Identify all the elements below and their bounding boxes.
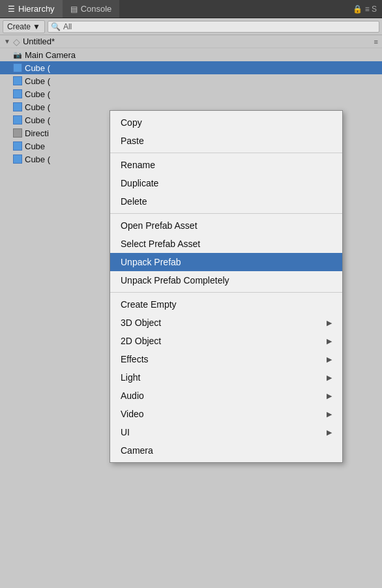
item-label: Directi [25, 128, 49, 138]
scene-toggle-icon: ▼ [4, 38, 10, 45]
menu-item-select-prefab[interactable]: Select Prefab Asset [110, 235, 342, 253]
menu-item-open-prefab-label: Open Prefab Asset [121, 220, 198, 231]
arrow-icon: ▶ [327, 374, 332, 382]
menu-item-light[interactable]: Light ▶ [110, 368, 342, 387]
cube-icon [13, 141, 22, 151]
menu-item-ui-label: UI [121, 427, 130, 437]
search-placeholder: All [63, 22, 72, 31]
item-label: Main Camera [25, 50, 76, 60]
arrow-icon: ▶ [327, 392, 332, 400]
list-item[interactable]: Cube ( [0, 74, 382, 87]
menu-item-video-label: Video [121, 409, 144, 419]
menu-section-create: Create Empty 3D Object ▶ 2D Object ▶ Eff… [110, 293, 342, 462]
tab-hierarchy-label: Hierarchy [18, 4, 55, 14]
directional-light-icon [13, 128, 22, 138]
hierarchy-panel: ▼ ◇ Untitled* ≡ 📷 Main Camera Cube ( Cub… [0, 35, 382, 166]
item-label: Cube ( [25, 115, 50, 125]
scene-options-icon[interactable]: ≡ [374, 38, 382, 46]
menu-item-effects-label: Effects [121, 354, 149, 364]
hierarchy-toolbar: Create ▼ 🔍 All [0, 18, 382, 35]
search-box[interactable]: 🔍 All [48, 21, 379, 33]
tab-hierarchy[interactable]: ☰ Hierarchy [0, 0, 63, 18]
menu-item-select-prefab-label: Select Prefab Asset [121, 239, 200, 249]
scene-label: Untitled* [23, 37, 55, 46]
menu-item-3d-object[interactable]: 3D Object ▶ [110, 314, 342, 332]
cube-icon [13, 154, 22, 164]
menu-item-delete-label: Delete [121, 196, 147, 207]
arrow-icon: ▶ [327, 428, 332, 437]
item-label: Cube ( [25, 76, 50, 86]
menu-item-camera-label: Camera [121, 445, 153, 456]
camera-icon: 📷 [13, 51, 22, 59]
cube-icon [13, 102, 22, 111]
menu-item-copy[interactable]: Copy [110, 113, 342, 132]
menu-item-paste[interactable]: Paste [110, 132, 342, 150]
menu-item-2d-object[interactable]: 2D Object ▶ [110, 332, 342, 350]
arrow-icon: ▶ [327, 355, 332, 364]
create-label: Create [7, 22, 31, 31]
menu-item-unpack-prefab-completely-label: Unpack Prefab Completely [121, 275, 229, 286]
menu-item-create-empty[interactable]: Create Empty [110, 295, 342, 314]
menu-item-light-label: Light [121, 372, 140, 383]
scene-unity-icon: ◇ [13, 37, 20, 47]
menu-item-copy-label: Copy [121, 117, 142, 128]
menu-item-unpack-prefab-label: Unpack Prefab [121, 257, 181, 267]
menu-item-2d-object-label: 2D Object [121, 336, 161, 346]
list-item[interactable]: Cube ( [0, 61, 382, 74]
menu-item-effects[interactable]: Effects ▶ [110, 350, 342, 368]
menu-item-duplicate[interactable]: Duplicate [110, 174, 342, 192]
menu-item-rename-label: Rename [121, 160, 155, 170]
tab-bar: ☰ Hierarchy ▤ Console 🔒 ≡ S [0, 0, 382, 18]
context-menu: Copy Paste Rename Duplicate Delete Open … [110, 110, 343, 463]
menu-item-camera[interactable]: Camera [110, 441, 342, 460]
create-dropdown-icon: ▼ [33, 22, 40, 31]
menu-item-audio-label: Audio [121, 390, 144, 401]
menu-section-edit: Rename Duplicate Delete [110, 153, 342, 214]
menu-item-rename[interactable]: Rename [110, 156, 342, 174]
tab-console[interactable]: ▤ Console [63, 0, 120, 18]
console-icon: ▤ [70, 5, 78, 14]
arrow-icon: ▶ [327, 337, 332, 345]
menu-item-open-prefab[interactable]: Open Prefab Asset [110, 216, 342, 235]
arrow-icon: ▶ [327, 319, 332, 327]
item-label: Cube ( [25, 102, 50, 112]
menu-item-audio[interactable]: Audio ▶ [110, 387, 342, 405]
cube-icon [13, 76, 22, 85]
arrow-icon: ▶ [327, 410, 332, 419]
item-label: Cube ( [25, 89, 50, 99]
menu-item-ui[interactable]: UI ▶ [110, 423, 342, 441]
item-label: Cube [25, 141, 45, 151]
hierarchy-icon: ☰ [8, 5, 15, 14]
menu-item-video[interactable]: Video ▶ [110, 405, 342, 423]
list-item[interactable]: Cube ( [0, 87, 382, 100]
tab-console-label: Console [81, 4, 112, 14]
menu-section-clipboard: Copy Paste [110, 111, 342, 153]
top-right-controls: 🔒 ≡ S [353, 0, 382, 18]
menu-item-delete[interactable]: Delete [110, 192, 342, 211]
menu-item-create-empty-label: Create Empty [121, 299, 177, 310]
cube-icon [13, 115, 22, 125]
menu-item-unpack-prefab-completely[interactable]: Unpack Prefab Completely [110, 271, 342, 289]
scene-row[interactable]: ▼ ◇ Untitled* ≡ [0, 35, 382, 48]
cube-icon [13, 89, 22, 98]
menu-section-prefab: Open Prefab Asset Select Prefab Asset Un… [110, 214, 342, 293]
menu-item-duplicate-label: Duplicate [121, 178, 158, 188]
cube-icon [13, 63, 22, 72]
item-label: Cube ( [25, 154, 50, 164]
menu-item-3d-object-label: 3D Object [121, 317, 161, 328]
menu-item-paste-label: Paste [121, 136, 144, 146]
search-icon: 🔍 [51, 22, 61, 31]
menu-item-unpack-prefab[interactable]: Unpack Prefab [110, 253, 342, 271]
create-button[interactable]: Create ▼ [3, 20, 45, 33]
list-item[interactable]: 📷 Main Camera [0, 48, 382, 61]
item-label: Cube ( [25, 63, 50, 73]
